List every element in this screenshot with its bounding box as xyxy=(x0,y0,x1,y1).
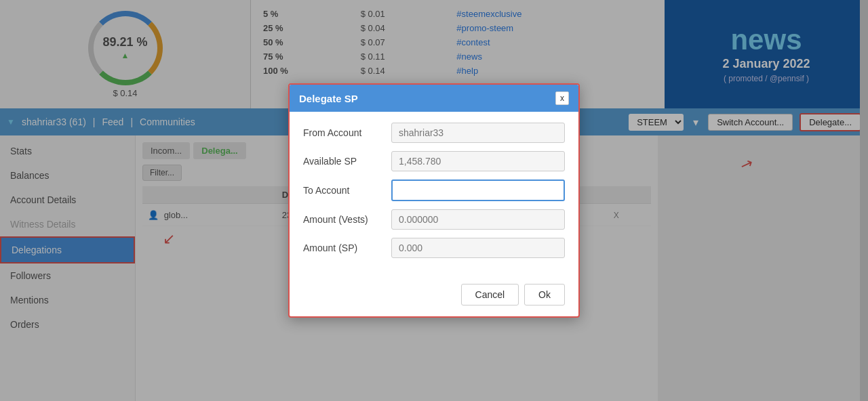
delegate-sp-modal: Delegate SP x From Account Available SP … xyxy=(288,83,580,318)
available-sp-input xyxy=(391,151,565,171)
amount-sp-input[interactable] xyxy=(391,238,565,258)
amount-vests-row: Amount (Vests) xyxy=(303,209,565,230)
to-account-input[interactable] xyxy=(391,180,565,201)
available-sp-label: Available SP xyxy=(303,156,391,167)
from-account-label: From Account xyxy=(303,127,391,138)
modal-title: Delegate SP xyxy=(299,93,358,104)
available-sp-row: Available SP xyxy=(303,151,565,171)
amount-vests-input xyxy=(391,209,565,230)
amount-sp-label: Amount (SP) xyxy=(303,242,391,253)
amount-sp-row: Amount (SP) xyxy=(303,238,565,258)
from-account-row: From Account xyxy=(303,123,565,143)
modal-footer: Cancel Ok xyxy=(290,277,578,316)
modal-header: Delegate SP x xyxy=(290,85,578,112)
to-account-row: To Account xyxy=(303,180,565,201)
modal-overlay: Delegate SP x From Account Available SP … xyxy=(0,0,868,401)
to-account-label: To Account xyxy=(303,185,391,196)
modal-close-button[interactable]: x xyxy=(555,91,569,105)
ok-button[interactable]: Ok xyxy=(524,284,565,305)
from-account-input xyxy=(391,123,565,143)
amount-vests-label: Amount (Vests) xyxy=(303,214,391,225)
modal-body: From Account Available SP To Account Amo… xyxy=(290,112,578,277)
cancel-button[interactable]: Cancel xyxy=(461,284,519,305)
